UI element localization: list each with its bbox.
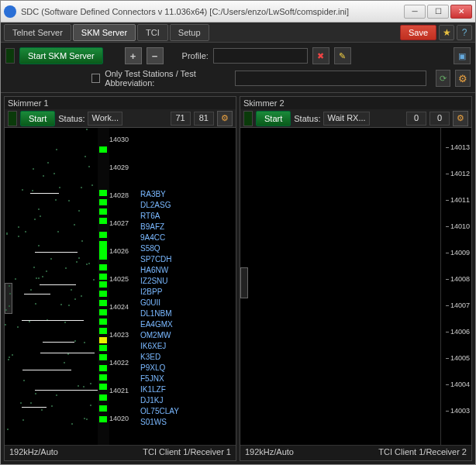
signal-marker [99,247,107,253]
callsign: SP7CDH [140,255,172,264]
close-button[interactable]: ✕ [450,5,472,19]
freq-tick: 14004 [450,381,470,388]
freq-tick: 14013 [450,143,470,151]
callsign: I2BPP [140,288,162,296]
add-button[interactable]: + [125,47,142,64]
signal-marker [99,199,107,205]
skimmer1-status-label: Status: [58,114,85,123]
skimmer2-title: Skimmer 2 [240,97,471,109]
callsign: EA4GMX [140,320,173,329]
app-icon [4,5,16,18]
signal-marker [99,232,107,238]
freq-tick: 14029 [109,164,129,171]
tabs-row: Telnet Server SKM Server TCI Setup Save … [1,22,475,43]
callsign: OL75CLAY [140,407,179,415]
profile-label: Profile: [182,51,209,60]
skimmer1-count2: 81 [194,112,214,126]
skimmer1-footer-left: 192kHz/Auto [9,447,58,459]
callsign: G0UII [140,298,160,307]
freq-tick: 14005 [450,354,470,362]
freq-tick: 14010 [450,222,470,230]
signal-marker [99,218,107,224]
edit-profile-icon[interactable]: ✎ [334,47,351,64]
remove-button[interactable]: − [147,47,164,64]
freq-tick: 14030 [109,136,129,143]
skimmer2-footer-left: 192kHz/Auto [245,447,294,459]
skimmer1-display[interactable]: 1403014029140281402714026140251402414023… [5,128,236,445]
signal-marker [99,208,107,215]
callsign: RT6A [140,212,160,220]
skimmer1-footer-right: TCI Client 1/Receiver 1 [143,447,231,459]
signal-marker [99,274,107,280]
profile-dropdown[interactable] [213,48,308,64]
test-stations-checkbox[interactable] [91,74,100,83]
skimmer2-count2: 0 [429,112,450,126]
star-icon[interactable]: ★ [439,25,454,40]
image-icon[interactable]: ▣ [454,47,471,64]
freq-tick: 14009 [450,249,470,257]
skimmer1-gear-icon[interactable]: ⚙ [217,111,233,126]
signal-marker [99,374,107,381]
freq-tick: 14027 [109,219,129,227]
skimmer2-status-label: Status: [294,114,320,123]
skimmer2-led [243,111,253,126]
signal-marker [99,264,107,270]
signal-marker [99,365,107,371]
titlebar: SDC (Software Defined Connectors v 11.03… [1,1,475,22]
callsign: OM2MW [140,331,171,339]
settings-icon[interactable]: ⚙ [455,70,471,87]
callsign: IK1LZF [140,385,166,394]
freq-tick: 14026 [109,247,129,255]
skimmer-1: Skimmer 1 Start Status: Work... 71 81 ⚙ [4,96,236,461]
freq-tick: 14003 [450,407,470,415]
skimmer2-gear-icon[interactable]: ⚙ [453,111,468,126]
tab-tci[interactable]: TCI [137,24,168,41]
signal-marker [99,319,107,325]
help-icon[interactable]: ? [457,25,472,40]
skimmer2-status: Wait RX... [323,112,369,126]
freq-tick: 14021 [109,387,129,394]
signal-marker [99,241,107,247]
freq-tick: 14006 [450,328,470,336]
skimmer1-count1: 71 [171,112,191,126]
skimmer2-handle[interactable] [240,267,248,298]
callsign: IK6XEJ [140,342,166,350]
freq-tick: 14011 [450,196,470,204]
tab-telnet-server[interactable]: Telnet Server [4,24,71,41]
signal-marker [99,416,107,422]
skimmer1-title: Skimmer 1 [5,97,236,109]
tab-skm-server[interactable]: SKM Server [73,24,136,41]
callsign: F5JNX [140,374,164,383]
callsign: S58Q [140,244,160,253]
callsign: DJ1KJ [140,396,163,405]
start-skm-button[interactable]: Start SKM Server [19,47,103,64]
test-stations-label: Only Test Stations / Test Abbreviation: [105,69,230,88]
signal-marker [99,281,107,288]
skimmer1-status: Work... [88,112,122,126]
signal-marker [99,405,107,412]
skimmer1-led [8,111,17,126]
delete-profile-icon[interactable]: ✖ [312,47,329,64]
minimize-button[interactable]: ─ [404,5,426,19]
freq-tick: 14028 [109,191,129,199]
skimmer1-start-button[interactable]: Start [20,111,55,126]
refresh-icon[interactable]: ⟳ [436,70,451,87]
maximize-button[interactable]: ☐ [427,5,449,19]
tab-setup[interactable]: Setup [170,24,209,41]
signal-marker [99,345,107,351]
skimmer2-display[interactable]: 1401314012140111401014009140081400714006… [240,128,471,445]
freq-tick: 14025 [109,275,129,283]
signal-marker [99,190,107,196]
callsign: P9XLQ [140,363,165,372]
signal-marker [99,309,107,315]
callsign: K3ED [140,353,160,361]
signal-marker [99,328,107,334]
window-title: SDC (Software Defined Connectors v 11.03… [21,7,404,16]
skimmer2-count1: 0 [406,112,426,126]
save-button[interactable]: Save [400,25,436,40]
freq-tick: 14024 [109,303,129,311]
skimmer-2: Skimmer 2 Start Status: Wait RX... 0 0 ⚙… [240,96,472,461]
test-abbrev-input[interactable] [235,71,426,86]
callsign: 9A4CC [140,233,165,242]
skimmer2-start-button[interactable]: Start [256,111,291,126]
